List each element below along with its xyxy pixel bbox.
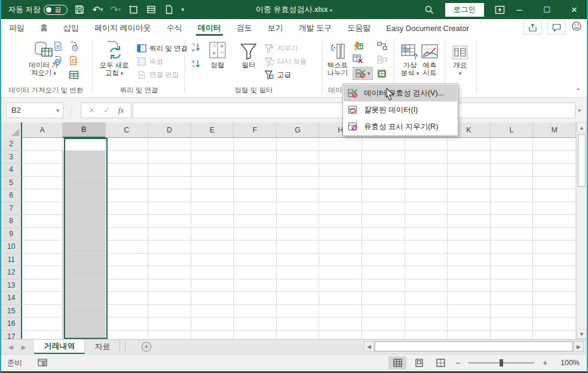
cell-J8[interactable]: [405, 215, 448, 228]
cell-D17[interactable]: [148, 331, 191, 340]
zoom-slider[interactable]: [468, 362, 534, 363]
insert-function-icon[interactable]: fx: [118, 106, 124, 115]
cell-M17[interactable]: [533, 331, 576, 340]
row-header-11[interactable]: 11: [1, 254, 22, 267]
sheet-tab-자료[interactable]: 자료: [85, 340, 120, 354]
cell-L9[interactable]: [491, 228, 534, 241]
cell-E17[interactable]: [191, 331, 234, 340]
cell-K6[interactable]: [448, 189, 491, 202]
cell-K16[interactable]: [448, 317, 491, 331]
macro-record-icon[interactable]: [38, 359, 47, 367]
cell-I15[interactable]: [362, 305, 405, 318]
cell-M15[interactable]: [533, 305, 576, 318]
cell-B8[interactable]: [63, 215, 106, 228]
cell-A15[interactable]: [22, 305, 63, 318]
cell-G15[interactable]: [277, 305, 320, 318]
cell-E15[interactable]: [191, 305, 234, 318]
cell-J15[interactable]: [405, 305, 448, 318]
cell-F7[interactable]: [234, 202, 277, 215]
cell-K11[interactable]: [448, 254, 491, 267]
cell-M14[interactable]: [533, 292, 576, 305]
qat-overflow-icon[interactable]: ▾: [181, 7, 184, 13]
cell-D15[interactable]: [148, 305, 191, 318]
cell-A7[interactable]: [22, 202, 63, 215]
cell-H12[interactable]: [319, 266, 362, 279]
horizontal-scrollbar[interactable]: ◀ ▶: [364, 341, 584, 352]
cell-C10[interactable]: [106, 241, 149, 254]
cell-J3[interactable]: [405, 151, 448, 164]
column-header-F[interactable]: F: [234, 122, 277, 138]
recent-sources-icon[interactable]: [68, 41, 79, 51]
advanced-filter-button[interactable]: 고급: [264, 68, 307, 81]
cell-G7[interactable]: [277, 202, 320, 215]
cell-C16[interactable]: [106, 317, 149, 331]
cell-A14[interactable]: [22, 292, 63, 305]
cell-K12[interactable]: [448, 266, 491, 279]
cell-C2[interactable]: [106, 138, 149, 151]
cell-M10[interactable]: [533, 241, 576, 254]
cell-D16[interactable]: [148, 317, 191, 331]
scroll-right-icon[interactable]: ▶: [574, 341, 584, 352]
manage-data-model-icon[interactable]: [376, 54, 387, 65]
share-icon[interactable]: [523, 20, 541, 35]
cell-I4[interactable]: [362, 164, 405, 177]
cell-I14[interactable]: [362, 292, 405, 305]
cell-B5[interactable]: [63, 177, 106, 190]
cell-G5[interactable]: [277, 177, 320, 190]
ribbon-tab-삽입[interactable]: 삽입: [56, 19, 87, 37]
zoom-slider-thumb[interactable]: [500, 359, 503, 366]
row-header-9[interactable]: 9: [1, 228, 22, 241]
save-icon[interactable]: [74, 4, 85, 16]
properties-button[interactable]: 속성: [136, 55, 188, 68]
forecast-sheet-button[interactable]: 예측시트: [416, 39, 443, 77]
text-to-columns-button[interactable]: 텍스트나누기: [324, 39, 351, 77]
cell-E8[interactable]: [191, 215, 234, 228]
cell-M8[interactable]: [533, 215, 576, 228]
cell-D2[interactable]: [148, 138, 191, 151]
cell-A16[interactable]: [22, 317, 63, 331]
cell-C13[interactable]: [106, 279, 149, 292]
redo-icon[interactable]: ↷▾: [109, 4, 121, 16]
cell-E14[interactable]: [191, 292, 234, 305]
cell-C12[interactable]: [106, 266, 149, 279]
cell-E9[interactable]: [191, 228, 234, 241]
cell-C3[interactable]: [106, 151, 149, 164]
cell-L17[interactable]: [491, 331, 534, 340]
cell-A2[interactable]: [22, 138, 63, 151]
cell-J9[interactable]: [405, 228, 448, 241]
cell-M12[interactable]: [533, 266, 576, 279]
cell-A3[interactable]: [22, 151, 63, 164]
cell-I3[interactable]: [362, 151, 405, 164]
cell-E12[interactable]: [191, 266, 234, 279]
row-header-4[interactable]: 4: [1, 164, 22, 177]
cell-A12[interactable]: [22, 266, 63, 279]
cell-C14[interactable]: [106, 292, 149, 305]
select-all-corner[interactable]: [1, 122, 22, 138]
cell-I17[interactable]: [362, 331, 405, 340]
cell-L3[interactable]: [491, 151, 534, 164]
cell-G9[interactable]: [277, 228, 320, 241]
refresh-all-button[interactable]: 모두 새로고침 ▾: [96, 39, 133, 77]
cell-E11[interactable]: [191, 254, 234, 267]
cell-B6[interactable]: [63, 189, 106, 202]
cell-K17[interactable]: [448, 331, 491, 340]
formula-bar-expand-icon[interactable]: ▾: [578, 107, 581, 113]
title-dropdown-icon[interactable]: ▾: [330, 8, 332, 13]
cell-F2[interactable]: [234, 138, 277, 151]
cell-G14[interactable]: [277, 292, 320, 305]
cell-L5[interactable]: [491, 177, 534, 190]
cell-H2[interactable]: [319, 138, 362, 151]
cell-F4[interactable]: [234, 164, 277, 177]
cell-M3[interactable]: [533, 151, 576, 164]
row-header-15[interactable]: 15: [1, 305, 22, 318]
cell-K9[interactable]: [448, 228, 491, 241]
edit-links-button[interactable]: 연결 편집: [136, 68, 188, 81]
cell-G16[interactable]: [277, 317, 320, 331]
cell-A4[interactable]: [22, 164, 63, 177]
normal-view-button[interactable]: [388, 356, 406, 369]
cell-A17[interactable]: [22, 331, 63, 340]
row-header-16[interactable]: 16: [1, 317, 22, 331]
cell-L7[interactable]: [491, 202, 534, 215]
queries-connections-button[interactable]: 쿼리 및 연결: [136, 42, 188, 55]
cell-D5[interactable]: [148, 177, 191, 190]
